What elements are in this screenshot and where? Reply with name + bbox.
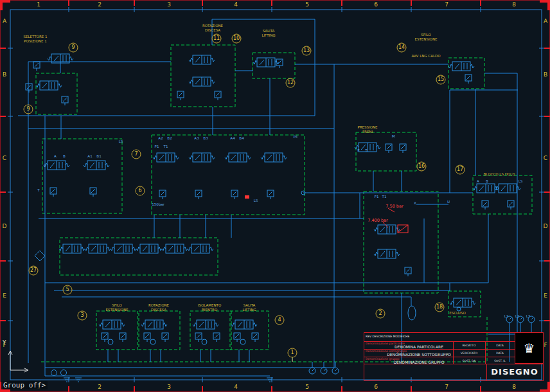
drawing-title: DISEGNO — [486, 364, 543, 380]
piping-lines — [18, 19, 535, 376]
cad-viewport[interactable]: 1122334455667788AABBCCDDEEFF911101312141… — [0, 0, 550, 392]
title-block-divider — [453, 341, 454, 364]
title-block: REV DESCRIZIONE MODIFICHE Denominazione … — [364, 332, 544, 381]
title-block-divider — [485, 341, 486, 364]
cell-sost-da: SOST. DA — [463, 359, 476, 362]
revision-header: REV DESCRIZIONE MODIFICHE — [366, 335, 409, 338]
field-value: DENOMINA PARTICOLARE — [395, 344, 443, 349]
field-value: DENOMINAZIONE GRUPPO — [393, 360, 444, 364]
cell-data: DATA — [496, 344, 504, 347]
command-line[interactable]: Group off> — [1, 381, 48, 389]
cell-data: DATA — [496, 352, 504, 355]
cell-redatto: REDATTO — [462, 344, 475, 347]
ucs-icon — [8, 351, 28, 372]
field-value: DENOMINAZIONE SOTTOGRUPPO — [387, 352, 451, 357]
cell-verificato: VERIFICATO — [461, 352, 477, 355]
logo-crown-icon: ♛ — [515, 333, 543, 364]
group-boxes — [36, 45, 532, 362]
red-markers — [245, 195, 408, 233]
ucs-y-label: Y — [3, 339, 6, 346]
cell-sost-il: SOST. IL — [494, 359, 506, 362]
